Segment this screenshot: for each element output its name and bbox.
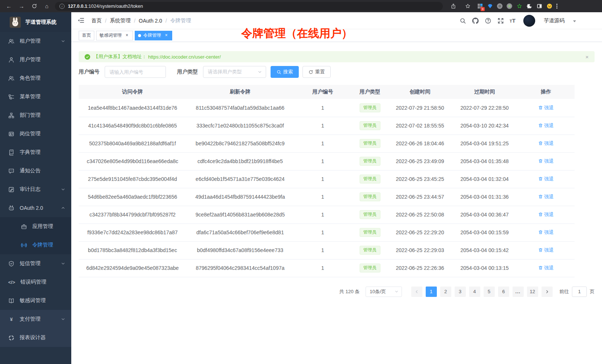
force-logout-button[interactable]: 强退 bbox=[538, 158, 554, 165]
user-name[interactable]: 芋道源码 bbox=[544, 17, 565, 24]
sidebar-item-tenant[interactable]: 租户管理 bbox=[0, 32, 71, 50]
expire-time-cell: 2054-03-10 20:42:34 bbox=[452, 117, 517, 135]
sidebar-item-user[interactable]: 用户管理 bbox=[0, 50, 71, 69]
goto-page-input[interactable] bbox=[572, 287, 587, 297]
more-pages-button[interactable]: ... bbox=[513, 287, 524, 297]
tab-close-icon[interactable]: × bbox=[124, 33, 130, 38]
sidebar-item-post[interactable]: 岗位管理 bbox=[0, 125, 71, 143]
bookmark-button[interactable] bbox=[462, 1, 473, 11]
force-logout-button[interactable]: 强退 bbox=[538, 265, 554, 271]
font-size-button[interactable]: TT bbox=[510, 17, 516, 24]
page-button-12[interactable]: 12 bbox=[527, 287, 538, 297]
profile-avatar-button[interactable] bbox=[546, 3, 552, 9]
token-table: 访问令牌刷新令牌用户编号用户类型创建时间过期时间操作 1ea5e44f8bc14… bbox=[79, 85, 575, 277]
page-button-1[interactable]: 1 bbox=[426, 287, 437, 297]
sidebar-toggle-button[interactable] bbox=[77, 17, 85, 25]
force-logout-button[interactable]: 强退 bbox=[538, 176, 554, 182]
tab-page-2[interactable]: 令牌管理× bbox=[135, 31, 172, 40]
user-id-input[interactable] bbox=[105, 66, 166, 78]
extension-circle-button[interactable] bbox=[497, 3, 503, 9]
user-type-select[interactable]: 请选择用户类型 bbox=[203, 66, 266, 78]
sidebar-item-role[interactable]: 角色管理 bbox=[0, 69, 71, 87]
comment-icon bbox=[8, 168, 14, 174]
reset-button[interactable]: 重置 bbox=[302, 66, 331, 78]
page-button-3[interactable]: 3 bbox=[455, 287, 466, 297]
user-avatar[interactable] bbox=[523, 15, 535, 27]
force-logout-button[interactable]: 强退 bbox=[538, 211, 554, 218]
tab-page-1[interactable]: 敏感词管理× bbox=[96, 31, 133, 40]
extension-star-button[interactable] bbox=[516, 3, 522, 9]
breadcrumb-item[interactable]: 首页 bbox=[91, 17, 102, 24]
share-button[interactable] bbox=[448, 1, 458, 11]
prev-page-button[interactable] bbox=[411, 287, 422, 297]
refresh-token-cell: dfa6c71a50a54c66bef706ef9e6e8d81 bbox=[186, 224, 294, 241]
header-search-button[interactable] bbox=[459, 17, 466, 24]
browser-home-button[interactable]: ⌂ bbox=[42, 1, 52, 11]
page-button-2[interactable]: 2 bbox=[440, 287, 451, 297]
breadcrumb: 首页/系统管理/OAuth 2.0/令牌管理 bbox=[91, 17, 191, 24]
user-type-cell: 管理员 bbox=[351, 188, 388, 206]
breadcrumb-item[interactable]: 系统管理 bbox=[110, 17, 131, 24]
chevron-left-icon bbox=[415, 289, 419, 294]
extension-gem-button[interactable] bbox=[487, 3, 493, 9]
sidebar-item-dept[interactable]: 部门管理 bbox=[0, 106, 71, 125]
expire-time-cell: 2054-03-04 00:13:15 bbox=[452, 259, 517, 277]
sidebar-item-audit-log[interactable]: 审计日志 bbox=[0, 180, 71, 199]
sidebar-item-oauth2-token[interactable]: 令牌管理 bbox=[0, 236, 71, 254]
site-info-icon[interactable]: i bbox=[59, 4, 65, 9]
force-logout-button[interactable]: 强退 bbox=[538, 140, 554, 147]
github-link-button[interactable] bbox=[472, 17, 479, 24]
action-cell: 强退 bbox=[517, 206, 575, 224]
user-menu-caret-icon[interactable] bbox=[573, 20, 576, 22]
force-logout-button[interactable]: 强退 bbox=[538, 122, 554, 129]
fullscreen-button[interactable] bbox=[497, 17, 504, 24]
alert-close-icon[interactable]: × bbox=[585, 54, 589, 60]
sidebar-item-error-code[interactable]: </>错误码管理 bbox=[0, 273, 71, 291]
column-header: 过期时间 bbox=[452, 85, 517, 99]
extension-circle2-button[interactable] bbox=[507, 3, 512, 9]
sidebar-item-pay[interactable]: ¥支付管理 bbox=[0, 310, 71, 328]
app-logo[interactable]: 芋道管理系统 bbox=[0, 12, 71, 32]
sidebar-item-sms[interactable]: 短信管理 bbox=[0, 254, 71, 273]
tab-close-icon[interactable]: × bbox=[164, 33, 169, 38]
page-button-6[interactable]: 6 bbox=[498, 287, 509, 297]
browser-menu-button[interactable] bbox=[556, 4, 557, 9]
sidebar-item-oauth2[interactable]: OAuth 2.0 bbox=[0, 199, 71, 217]
page-button-5[interactable]: 5 bbox=[484, 287, 495, 297]
sidebar-item-sensitive-word[interactable]: 敏感词管理 bbox=[0, 291, 71, 310]
address-bar[interactable]: i 127.0.0.1:1024/system/oauth2/token bbox=[55, 2, 443, 11]
browser-forward-button[interactable]: → bbox=[16, 1, 27, 11]
sidebar-item-notice[interactable]: 通知公告 bbox=[0, 162, 71, 180]
force-logout-button[interactable]: 强退 bbox=[538, 105, 554, 111]
github-icon bbox=[472, 17, 479, 24]
user-type-label: 用户类型 bbox=[177, 69, 198, 75]
sidebar-item-oauth2-app[interactable]: 应用管理 bbox=[0, 217, 71, 236]
alert-doc-link[interactable]: https://doc.iocoder.cn/user-center/ bbox=[148, 54, 221, 60]
sidebar-item-menu[interactable]: 菜单管理 bbox=[0, 87, 71, 106]
annotation-title: 令牌管理（在线用户） bbox=[241, 26, 353, 41]
page-size-select[interactable]: 10条/页 bbox=[366, 287, 402, 297]
search-button[interactable]: 搜索 bbox=[271, 66, 299, 78]
sidebar-item-dict[interactable]: 字典管理 bbox=[0, 143, 71, 162]
extension-grid-button[interactable]: 9 bbox=[477, 3, 483, 9]
force-logout-button[interactable]: 强退 bbox=[538, 193, 554, 200]
page-button-4[interactable]: 4 bbox=[469, 287, 480, 297]
help-doc-button[interactable] bbox=[484, 17, 491, 24]
sidebar-item-report[interactable]: 报表设计器 bbox=[0, 328, 71, 347]
sidebar-item-label: 部门管理 bbox=[20, 112, 65, 119]
force-logout-button[interactable]: 强退 bbox=[538, 229, 554, 236]
extensions-menu-button[interactable] bbox=[526, 3, 532, 9]
user-type-badge: 管理员 bbox=[360, 121, 380, 130]
next-page-button[interactable] bbox=[542, 287, 553, 297]
created-time-cell: 2022-07-02 18:55:55 bbox=[388, 117, 452, 135]
breadcrumb-item[interactable]: OAuth 2.0 bbox=[139, 18, 162, 24]
table-row: 1ea5e44f8bc1467aaede43144f31de76811c5304… bbox=[79, 99, 575, 117]
search-icon bbox=[277, 70, 281, 75]
expire-time-cell: 2022-07-29 22:28:50 bbox=[452, 99, 517, 117]
split-view-button[interactable] bbox=[536, 3, 542, 9]
browser-reload-button[interactable] bbox=[29, 1, 39, 11]
tab-home[interactable]: 首页 bbox=[79, 31, 94, 40]
force-logout-button[interactable]: 强退 bbox=[538, 247, 554, 254]
browser-back-button[interactable]: ← bbox=[4, 1, 14, 11]
access-token-cell: 41c41346a548490f9dc8b01c6bfe0865 bbox=[79, 117, 186, 135]
